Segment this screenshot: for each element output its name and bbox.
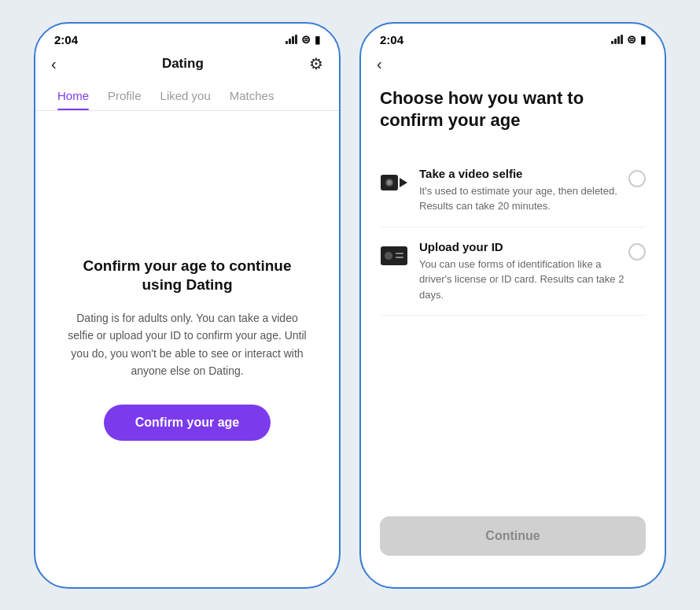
upload-id-desc: You can use forms of identification like… [419, 257, 628, 303]
upload-id-label: Upload your ID [419, 240, 628, 253]
status-icons-2: ⊜ ▮ [611, 33, 646, 46]
option-upload-id[interactable]: Upload your ID You can use forms of iden… [380, 227, 646, 316]
battery-icon-2: ▮ [640, 34, 646, 46]
svg-marker-3 [400, 178, 407, 187]
wifi-icon-2: ⊜ [627, 33, 636, 46]
status-time-1: 2:04 [54, 33, 78, 46]
id-card-icon [381, 246, 407, 265]
nav-bar-1: ‹ Dating ⚙ [35, 50, 339, 73]
phone-1: 2:04 ⊜ ▮ ‹ Dating ⚙ Home Profile Liked y… [34, 22, 341, 589]
id-card-icon-container [380, 242, 408, 270]
settings-button[interactable]: ⚙ [309, 54, 323, 73]
phone2-nav: ‹ [361, 50, 665, 72]
option-video-selfie[interactable]: Take a video selfie It's used to estimat… [380, 154, 646, 227]
video-selfie-icon-container [380, 168, 408, 197]
choose-age-title: Choose how you want to confirm your age [380, 87, 646, 132]
phone-2: 2:04 ⊜ ▮ ‹ Choose how you want to confir… [359, 22, 666, 589]
option-video-selfie-left: Take a video selfie It's used to estimat… [380, 167, 628, 214]
confirm-age-title: Confirm your age to continue using Datin… [64, 257, 311, 295]
video-selfie-desc: It's used to estimate your age, then del… [419, 183, 628, 214]
upload-id-text: Upload your ID You can use forms of iden… [419, 240, 628, 303]
radio-video-selfie[interactable] [628, 170, 646, 187]
video-selfie-icon [381, 172, 407, 194]
battery-icon: ▮ [315, 34, 320, 46]
video-selfie-label: Take a video selfie [419, 167, 628, 180]
svg-point-2 [387, 180, 392, 185]
radio-upload-id[interactable] [628, 243, 646, 261]
tab-liked-you[interactable]: Liked you [151, 84, 220, 110]
signal-icon-2 [611, 35, 623, 44]
signal-icon [286, 35, 297, 44]
status-icons-1: ⊜ ▮ [286, 33, 320, 46]
continue-button[interactable]: Continue [380, 516, 646, 556]
status-bar-1: 2:04 ⊜ ▮ [35, 24, 339, 50]
status-bar-2: 2:04 ⊜ ▮ [361, 24, 665, 50]
phone1-main-content: Confirm your age to continue using Datin… [35, 111, 339, 587]
video-selfie-text: Take a video selfie It's used to estimat… [419, 167, 628, 214]
confirm-age-button[interactable]: Confirm your age [104, 405, 271, 441]
svg-point-5 [385, 252, 392, 260]
back-button-2[interactable]: ‹ [377, 56, 382, 72]
tab-profile[interactable]: Profile [98, 84, 151, 110]
svg-rect-7 [396, 257, 403, 258]
option-upload-id-left: Upload your ID You can use forms of iden… [380, 240, 628, 303]
back-button-1[interactable]: ‹ [51, 56, 57, 72]
tab-matches[interactable]: Matches [220, 84, 284, 110]
svg-rect-6 [396, 253, 403, 254]
tab-home[interactable]: Home [48, 84, 98, 110]
tab-bar: Home Profile Liked you Matches [35, 76, 339, 111]
nav-title-1: Dating [162, 56, 204, 72]
phone2-main-content: Choose how you want to confirm your age … [361, 72, 665, 587]
wifi-icon: ⊜ [301, 33, 311, 46]
confirm-age-desc: Dating is for adults only. You can take … [64, 309, 311, 380]
status-time-2: 2:04 [380, 33, 403, 46]
